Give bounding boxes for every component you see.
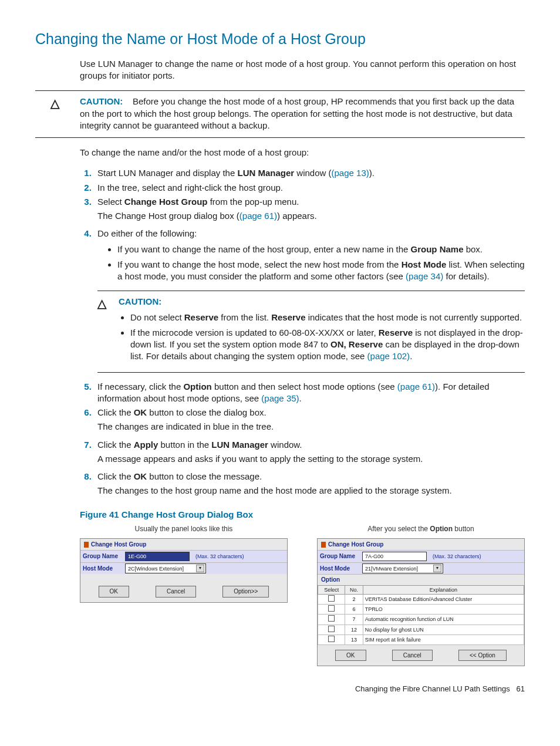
th-no: No. bbox=[345, 585, 363, 594]
host-mode-select[interactable]: 2C[Windows Extension] ▾ bbox=[125, 563, 206, 573]
step-1: Start LUN Manager and display the LUN Ma… bbox=[94, 167, 525, 179]
link-page-34[interactable]: (page 34) bbox=[406, 271, 443, 281]
cancel-button[interactable]: Cancel bbox=[156, 586, 196, 598]
group-name-label: Group Name bbox=[80, 551, 125, 562]
step-4-bullet-1: If you want to change the name of the ho… bbox=[117, 244, 525, 255]
caution-icon: △ bbox=[97, 296, 119, 366]
th-explanation: Explanation bbox=[363, 585, 524, 594]
host-mode-label: Host Mode bbox=[318, 563, 362, 575]
table-row: 6TPRLO bbox=[318, 605, 524, 615]
link-page-102[interactable]: (page 102) bbox=[367, 351, 410, 361]
link-page-35[interactable]: (page 35) bbox=[261, 393, 299, 403]
link-page-13[interactable]: (page 13) bbox=[332, 168, 369, 178]
dialog-left: Change Host Group Group Name 1E-G00 (Max… bbox=[80, 538, 288, 603]
figures-row: Usually the panel looks like this Change… bbox=[80, 524, 525, 667]
dialog-right: Change Host Group Group Name 7A-G00 (Max… bbox=[317, 538, 525, 666]
figure-right-caption: After you select the Option button bbox=[317, 524, 525, 534]
table-row: 2VERITAS Database Edition/Advanced Clust… bbox=[318, 595, 524, 605]
checkbox[interactable] bbox=[328, 615, 335, 622]
link-page-61b[interactable]: (page 61) bbox=[397, 382, 435, 391]
checkbox[interactable] bbox=[328, 595, 335, 602]
host-mode-select[interactable]: 21[VMware Extension] ▾ bbox=[362, 563, 443, 573]
step-5: If necessary, click the Option button an… bbox=[94, 381, 525, 405]
step-4: Do either of the following: If you want … bbox=[94, 228, 525, 372]
page-footer: Changing the Fibre Channel LU Path Setti… bbox=[35, 684, 525, 694]
option-expand-button[interactable]: Option>> bbox=[222, 586, 269, 598]
cancel-button[interactable]: Cancel bbox=[392, 650, 433, 661]
step-8: Click the OK button to close the message… bbox=[94, 471, 525, 497]
checkbox[interactable] bbox=[328, 605, 335, 612]
table-row: 7Automatic recognition function of LUN bbox=[318, 615, 524, 625]
th-select: Select bbox=[318, 585, 345, 594]
table-row: 12No display for ghost LUN bbox=[318, 625, 524, 634]
figure-left-caption: Usually the panel looks like this bbox=[80, 524, 288, 534]
link-page-61a[interactable]: (page 61) bbox=[239, 211, 277, 221]
char-hint: (Max. 32 characters) bbox=[195, 553, 244, 560]
option-section-label: Option bbox=[318, 574, 524, 585]
procedure-steps: Start LUN Manager and display the LUN Ma… bbox=[80, 167, 525, 497]
table-row: 13SIM report at link failure bbox=[318, 634, 524, 644]
chevron-down-icon[interactable]: ▾ bbox=[433, 565, 441, 572]
step-3: Select Change Host Group from the pop-up… bbox=[94, 196, 525, 222]
step-2: In the tree, select and right-click the … bbox=[94, 182, 525, 194]
dialog-title: Change Host Group bbox=[318, 539, 524, 551]
caution-icon: △ bbox=[35, 96, 80, 131]
option-collapse-button[interactable]: << Option bbox=[458, 650, 507, 661]
caution-block-2: △ CAUTION: Do not select Reserve from th… bbox=[97, 291, 525, 372]
ok-button[interactable]: OK bbox=[335, 650, 366, 661]
char-hint: (Max. 32 characters) bbox=[433, 553, 481, 560]
intro-paragraph: Use LUN Manager to change the name or ho… bbox=[80, 58, 525, 82]
host-mode-label: Host Mode bbox=[80, 563, 125, 575]
dialog-title: Change Host Group bbox=[80, 539, 287, 551]
caution-label: CAUTION: bbox=[80, 96, 123, 106]
checkbox[interactable] bbox=[328, 636, 335, 642]
ok-button[interactable]: OK bbox=[99, 586, 129, 598]
figure-left: Usually the panel looks like this Change… bbox=[80, 524, 288, 667]
caution2-bullet-1: Do not select Reserve from the list. Res… bbox=[130, 312, 525, 323]
lead-sentence: To change the name and/or the host mode … bbox=[80, 147, 525, 158]
step-4-bullet-2: If you want to change the host mode, sel… bbox=[117, 259, 525, 283]
figure-title: Figure 41 Change Host Group Dialog Box bbox=[80, 509, 525, 521]
step-6: Click the OK button to close the dialog … bbox=[94, 407, 525, 433]
chevron-down-icon[interactable]: ▾ bbox=[196, 565, 204, 572]
group-name-field[interactable]: 7A-G00 bbox=[362, 552, 427, 561]
caution-body: CAUTION: Before you change the host mode… bbox=[80, 96, 525, 131]
caution-text: Before you change the host mode of a hos… bbox=[80, 96, 514, 130]
page-title: Changing the Name or Host Mode of a Host… bbox=[35, 29, 525, 49]
checkbox[interactable] bbox=[328, 626, 335, 632]
option-table: Select No. Explanation 2VERITAS Database… bbox=[318, 585, 524, 645]
figure-right: After you select the Option button Chang… bbox=[317, 524, 525, 667]
step-7: Click the Apply button in the LUN Manage… bbox=[94, 439, 525, 465]
caution2-bullet-2: If the microcode version is updated to 6… bbox=[130, 327, 525, 363]
caution-label: CAUTION: bbox=[119, 296, 525, 308]
caution-block-1: △ CAUTION: Before you change the host mo… bbox=[35, 90, 525, 138]
group-name-field[interactable]: 1E-G00 bbox=[125, 552, 190, 561]
group-name-label: Group Name bbox=[318, 551, 362, 562]
